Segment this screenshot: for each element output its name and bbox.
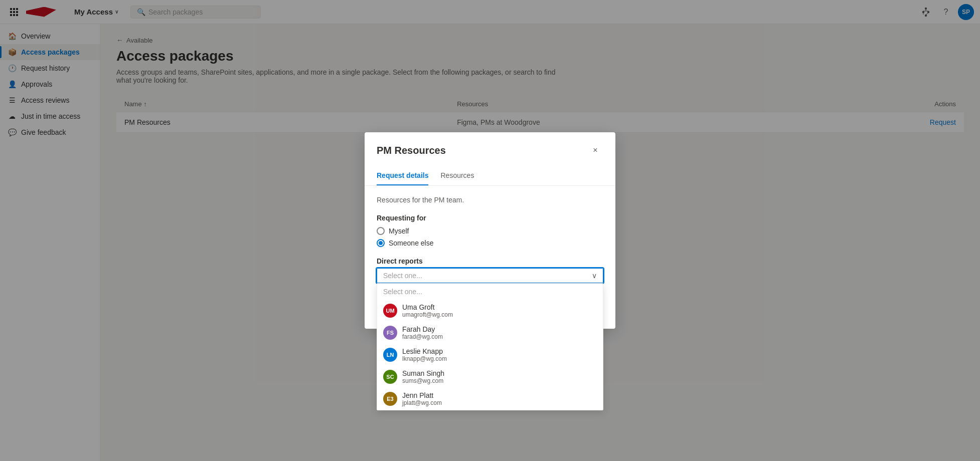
user-email-farah: farad@wg.com (402, 333, 443, 340)
user-name-leslie: Leslie Knapp (402, 347, 447, 355)
user-info-leslie: Leslie Knapp lknapp@wg.com (402, 347, 447, 362)
modal-tabs: Request details Resources (365, 166, 615, 186)
dropdown-option-jenn-platt[interactable]: E3 Jenn Platt jplatt@wg.com (377, 388, 603, 410)
dropdown-option-select-one[interactable]: Select one... (377, 284, 603, 300)
dropdown-list: Select one... UM Uma Groft umagroft@wg.c… (377, 283, 603, 410)
user-name-farah: Farah Day (402, 325, 443, 333)
dropdown-chevron-icon: ∨ (592, 272, 597, 280)
user-avatar-farah: FS (383, 326, 397, 340)
direct-reports-label: Direct reports (377, 257, 603, 265)
user-info-suman: Suman Singh sums@wg.com (402, 369, 444, 384)
pm-resources-modal: PM Resources × Request details Resources… (365, 132, 615, 329)
dropdown-option-leslie-knapp[interactable]: LN Leslie Knapp lknapp@wg.com (377, 344, 603, 366)
user-name-jenn: Jenn Platt (402, 391, 442, 399)
user-email-suman: sums@wg.com (402, 377, 444, 384)
radio-group-requesting-for: Myself Someone else (377, 227, 603, 247)
tab-request-details[interactable]: Request details (377, 166, 428, 185)
user-avatar-suman: SC (383, 370, 397, 384)
radio-someone-else-circle (377, 239, 385, 247)
modal-title: PM Resources (377, 145, 446, 156)
user-info-uma: Uma Groft umagroft@wg.com (402, 303, 453, 318)
dropdown-option-suman-singh[interactable]: SC Suman Singh sums@wg.com (377, 366, 603, 388)
modal-overlay[interactable]: PM Resources × Request details Resources… (0, 0, 980, 461)
radio-item-someone-else[interactable]: Someone else (377, 239, 603, 247)
direct-reports-dropdown[interactable]: Select one... ∨ (377, 268, 603, 283)
dropdown-option-uma-groft[interactable]: UM Uma Groft umagroft@wg.com (377, 300, 603, 322)
dropdown-selected-value: Select one... (383, 272, 422, 280)
tab-resources[interactable]: Resources (440, 166, 474, 185)
user-info-jenn: Jenn Platt jplatt@wg.com (402, 391, 442, 406)
user-name-uma: Uma Groft (402, 303, 453, 311)
modal-header: PM Resources × (365, 132, 615, 158)
radio-someone-else-label: Someone else (389, 239, 434, 247)
modal-description: Resources for the PM team. (377, 196, 603, 204)
user-info-farah: Farah Day farad@wg.com (402, 325, 443, 340)
direct-reports-dropdown-container: Select one... ∨ Select one... UM Uma Gro… (377, 268, 603, 283)
user-email-jenn: jplatt@wg.com (402, 399, 442, 406)
radio-myself-label: Myself (389, 227, 409, 235)
user-avatar-jenn: E3 (383, 392, 397, 406)
user-avatar-uma: UM (383, 304, 397, 318)
radio-item-myself[interactable]: Myself (377, 227, 603, 235)
radio-myself-circle (377, 227, 385, 235)
modal-close-button[interactable]: × (587, 142, 603, 158)
user-avatar-leslie: LN (383, 348, 397, 362)
requesting-for-label: Requesting for (377, 214, 603, 222)
modal-body: Resources for the PM team. Requesting fo… (365, 186, 615, 329)
user-email-uma: umagroft@wg.com (402, 311, 453, 318)
user-email-leslie: lknapp@wg.com (402, 355, 447, 362)
user-name-suman: Suman Singh (402, 369, 444, 377)
dropdown-option-farah-day[interactable]: FS Farah Day farad@wg.com (377, 322, 603, 344)
